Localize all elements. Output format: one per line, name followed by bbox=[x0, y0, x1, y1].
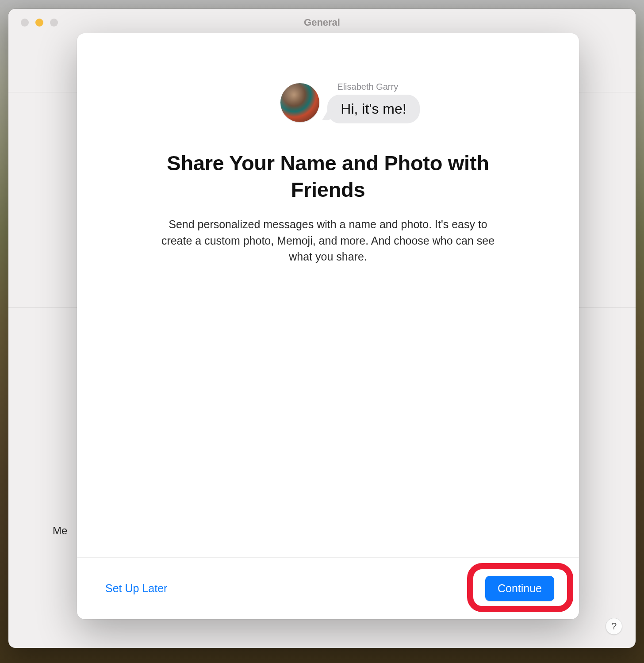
close-window-button[interactable] bbox=[21, 19, 29, 27]
sheet-subhead: Send personalized messages with a name a… bbox=[158, 216, 498, 264]
avatar bbox=[280, 83, 319, 122]
sheet-body: Elisabeth Garry Hi, it's me! Share Your … bbox=[77, 33, 579, 557]
zoom-window-button[interactable] bbox=[50, 19, 58, 27]
window-titlebar: General bbox=[8, 9, 636, 36]
background-label-partial: Me bbox=[53, 525, 67, 537]
preview-sender-name: Elisabeth Garry bbox=[337, 82, 398, 92]
window-title: General bbox=[8, 17, 636, 28]
message-preview: Elisabeth Garry Hi, it's me! bbox=[280, 82, 419, 123]
sheet-headline: Share Your Name and Photo with Friends bbox=[147, 150, 510, 203]
bubble-wrap: Elisabeth Garry Hi, it's me! bbox=[327, 82, 419, 123]
share-name-photo-sheet: Elisabeth Garry Hi, it's me! Share Your … bbox=[77, 33, 579, 619]
traffic-lights bbox=[8, 19, 58, 27]
preferences-window: General Me ? Elisabeth Garry Hi, it's me… bbox=[8, 9, 636, 648]
preview-message-bubble: Hi, it's me! bbox=[327, 95, 419, 123]
continue-button[interactable]: Continue bbox=[485, 576, 554, 601]
minimize-window-button[interactable] bbox=[35, 19, 43, 27]
question-mark-icon: ? bbox=[611, 621, 617, 632]
set-up-later-button[interactable]: Set Up Later bbox=[105, 582, 167, 595]
help-button[interactable]: ? bbox=[606, 618, 622, 635]
sheet-footer: Set Up Later Continue bbox=[77, 557, 579, 619]
